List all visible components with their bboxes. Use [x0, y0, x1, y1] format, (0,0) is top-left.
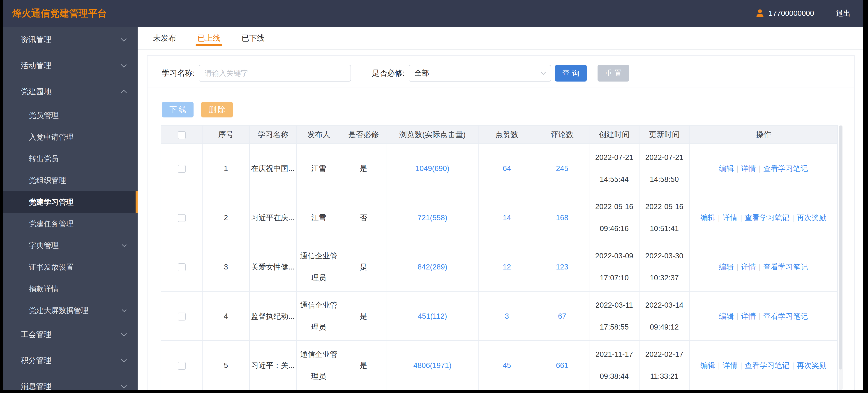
- edit-link[interactable]: 编辑: [719, 312, 734, 320]
- select-all-checkbox[interactable]: [178, 131, 186, 139]
- sidebar-item-news-management[interactable]: 资讯管理: [3, 27, 137, 53]
- reward-again-link[interactable]: 再次奖励: [797, 214, 827, 222]
- cell-study-name: 习近平在庆...: [249, 193, 297, 242]
- chevron-down-icon: [121, 357, 127, 362]
- updated-date: 2022-03-30: [642, 245, 687, 267]
- cell-likes-link[interactable]: 14: [479, 193, 535, 242]
- cell-no: 1: [202, 144, 249, 193]
- cell-publisher: 通信企业管理员: [297, 291, 341, 341]
- sidebar-item-donation-details[interactable]: 捐款详情: [3, 278, 137, 300]
- cell-updated-time: 2022-03-30 10:32:37: [639, 242, 689, 291]
- chevron-down-icon: [121, 383, 127, 388]
- table-row: 3 关爱女性健... 通信企业管理员 是 842(289) 12 123 202…: [161, 242, 838, 291]
- sidebar-item-party-task-management[interactable]: 党建任务管理: [3, 213, 137, 235]
- cell-actions: 编辑|详情|查看学习笔记: [689, 291, 838, 341]
- cell-views-link[interactable]: 1049(690): [386, 144, 479, 193]
- chevron-down-icon: [541, 69, 546, 75]
- sidebar-item-member-management[interactable]: 党员管理: [3, 105, 137, 126]
- detail-link[interactable]: 详情: [741, 263, 756, 271]
- edit-link[interactable]: 编辑: [701, 214, 715, 222]
- tab-offline[interactable]: 已下线: [240, 27, 267, 50]
- sidebar-item-activity-management[interactable]: 活动管理: [3, 53, 137, 79]
- cell-views-link[interactable]: 842(289): [386, 242, 479, 291]
- cell-likes-link[interactable]: 45: [479, 341, 535, 390]
- sidebar-item-big-screen-data[interactable]: 党建大屏数据管理: [3, 300, 137, 321]
- cell-comments-link[interactable]: 67: [535, 291, 589, 341]
- sidebar-item-party-study-management[interactable]: 党建学习管理: [3, 191, 137, 213]
- updated-time: 09:49:12: [642, 316, 687, 338]
- tab-unpublished[interactable]: 未发布: [151, 27, 178, 50]
- cell-views-link[interactable]: 451(112): [386, 291, 479, 341]
- view-notes-link[interactable]: 查看学习笔记: [763, 164, 808, 173]
- cell-publisher: 通信企业管理员: [297, 242, 341, 291]
- cell-views-link[interactable]: 721(558): [386, 193, 479, 242]
- sidebar-item-transfer-out-member[interactable]: 转出党员: [3, 148, 137, 170]
- study-name-input[interactable]: [199, 65, 351, 82]
- cell-likes-link[interactable]: 64: [479, 144, 535, 193]
- sidebar: 资讯管理 活动管理 党建园地 党员管理 入党申请管理 转出党员: [3, 27, 137, 390]
- cell-comments-link[interactable]: 168: [535, 193, 589, 242]
- sidebar-item-certificate-settings[interactable]: 证书发放设置: [3, 256, 137, 278]
- cell-comments-link[interactable]: 123: [535, 242, 589, 291]
- cell-comments-link[interactable]: 661: [535, 341, 589, 390]
- detail-link[interactable]: 详情: [722, 214, 737, 222]
- detail-link[interactable]: 详情: [741, 164, 756, 173]
- content-panel: 学习名称: 是否必修: 全部 查询 重置 下线 删除: [147, 55, 855, 390]
- reward-again-link[interactable]: 再次奖励: [797, 361, 827, 369]
- separator: |: [759, 263, 761, 271]
- sidebar-item-membership-application[interactable]: 入党申请管理: [3, 126, 137, 148]
- cell-created-time: 2022-03-09 17:07:10: [589, 242, 639, 291]
- tab-online[interactable]: 已上线: [195, 27, 222, 50]
- search-button[interactable]: 查询: [555, 65, 587, 82]
- view-notes-link[interactable]: 查看学习笔记: [763, 263, 808, 271]
- cell-actions: 编辑|详情|查看学习笔记: [689, 242, 838, 291]
- logout-button[interactable]: 退出: [836, 8, 850, 19]
- sidebar-item-points-management[interactable]: 积分管理: [3, 347, 137, 373]
- header-right: 17700000000 退出: [755, 8, 850, 19]
- col-header-actions: 操作: [689, 125, 838, 144]
- cell-views-link[interactable]: 4806(1971): [386, 341, 479, 390]
- sidebar-item-party-building-area[interactable]: 党建园地: [3, 79, 137, 105]
- row-checkbox[interactable]: [178, 214, 186, 222]
- cell-comments-link[interactable]: 245: [535, 144, 589, 193]
- cell-study-name: 关爱女性健...: [249, 242, 297, 291]
- sidebar-item-union-management[interactable]: 工会管理: [3, 321, 137, 347]
- edit-link[interactable]: 编辑: [719, 263, 734, 271]
- row-checkbox[interactable]: [178, 165, 186, 173]
- cell-study-name: 监督执纪动...: [249, 291, 297, 341]
- table-row: 5 习近平：关... 通信企业管理员 是 4806(1971) 45 661 2…: [161, 341, 838, 390]
- row-checkbox[interactable]: [178, 263, 186, 271]
- tab-bar: 未发布 已上线 已下线: [137, 27, 863, 50]
- cell-no: 4: [202, 291, 249, 341]
- separator: |: [759, 312, 761, 320]
- reset-button[interactable]: 重置: [597, 65, 629, 82]
- offline-button[interactable]: 下线: [162, 102, 193, 117]
- cell-updated-time: 2022-02-17 11:33:21: [639, 341, 689, 390]
- row-checkbox[interactable]: [178, 313, 186, 320]
- edit-link[interactable]: 编辑: [719, 164, 734, 173]
- delete-button[interactable]: 删除: [201, 102, 233, 117]
- cell-likes-link[interactable]: 3: [479, 291, 535, 341]
- separator: |: [718, 214, 720, 222]
- required-select[interactable]: 全部: [409, 65, 551, 82]
- detail-link[interactable]: 详情: [722, 361, 737, 369]
- main-content: 未发布 已上线 已下线 学习名称: 是否必修: 全部: [137, 27, 863, 390]
- sidebar-item-dictionary-management[interactable]: 字典管理: [3, 235, 137, 256]
- sidebar-item-message-management[interactable]: 消息管理: [3, 373, 137, 390]
- app-title: 烽火通信党建管理平台: [12, 7, 107, 20]
- view-notes-link[interactable]: 查看学习笔记: [745, 214, 789, 222]
- scrollbar-thumb[interactable]: [839, 125, 842, 369]
- row-checkbox[interactable]: [178, 362, 186, 370]
- detail-link[interactable]: 详情: [741, 312, 756, 320]
- view-notes-link[interactable]: 查看学习笔记: [745, 361, 789, 369]
- cell-likes-link[interactable]: 12: [479, 242, 535, 291]
- sidebar-item-party-organization[interactable]: 党组织管理: [3, 170, 137, 191]
- edit-link[interactable]: 编辑: [701, 361, 715, 369]
- sidebar-item-label: 入党申请管理: [29, 132, 73, 142]
- cell-required: 否: [341, 193, 386, 242]
- sidebar-item-label: 党建任务管理: [29, 219, 73, 229]
- created-time: 09:46:16: [592, 218, 637, 240]
- separator: |: [718, 361, 720, 369]
- separator: |: [759, 164, 761, 173]
- view-notes-link[interactable]: 查看学习笔记: [763, 312, 808, 320]
